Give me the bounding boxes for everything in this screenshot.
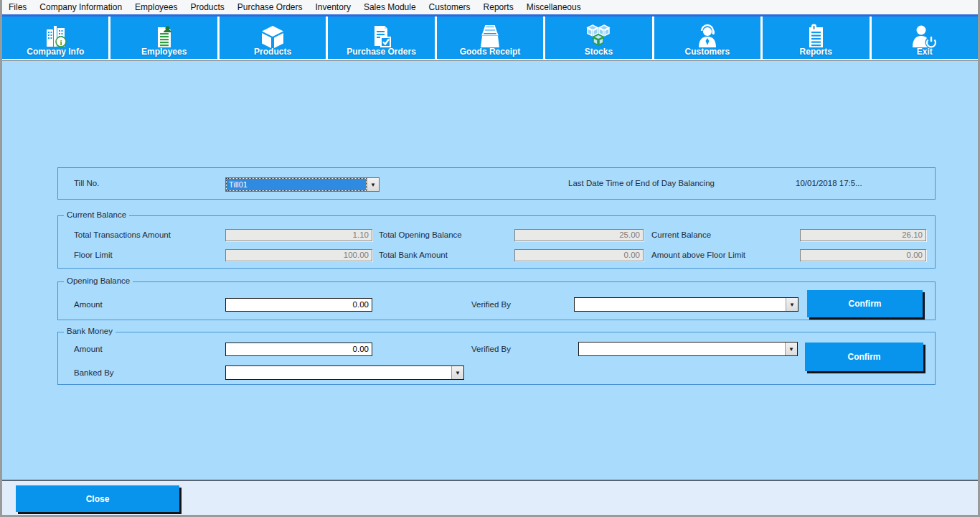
- toolbar-products-button[interactable]: Products: [217, 17, 326, 59]
- toolbar-purchase-orders-button[interactable]: Purchase Orders: [326, 17, 434, 59]
- toolbar-button-label: Employees: [141, 47, 187, 57]
- end-of-day-balancing-form: Till No. Till01 ▼ Last Date Time of End …: [2, 60, 978, 480]
- menu-sales-module[interactable]: Sales Module: [357, 0, 423, 14]
- bank-amount-input[interactable]: 0.00: [225, 343, 372, 356]
- banked-by-select[interactable]: ▼: [225, 365, 464, 380]
- menu-customers[interactable]: Customers: [423, 0, 477, 14]
- svg-text:i: i: [60, 38, 62, 47]
- menu-files[interactable]: Files: [2, 0, 33, 14]
- total-opening-balance-label: Total Opening Balance: [379, 230, 462, 239]
- toolbar-employees-button[interactable]: Employees: [108, 17, 217, 59]
- toolbar-button-label: Customers: [685, 47, 730, 57]
- toolbar-button-label: Stocks: [585, 47, 613, 57]
- floor-limit-field: 100.00: [225, 249, 372, 261]
- opening-balance-group: Opening Balance Amount 0.00 Verified By …: [57, 281, 936, 320]
- toolbar-company-info-button[interactable]: i Company Info: [2, 17, 108, 59]
- total-bank-amount-field: 0.00: [514, 249, 644, 261]
- last-balancing-value: 10/01/2018 17:5...: [796, 179, 862, 187]
- banked-by-label: Banked By: [74, 368, 114, 377]
- current-balance-group: Current Balance Total Transactions Amoun…: [57, 215, 936, 269]
- toolbar-goods-receipt-button[interactable]: Goods Receipt: [435, 17, 543, 59]
- menu-bar: Files Company Information Employees Prod…: [2, 0, 978, 14]
- toolbar-button-label: Exit: [917, 47, 933, 57]
- menu-products[interactable]: Products: [184, 0, 230, 14]
- toolbar: i Company Info Employees: [2, 14, 978, 60]
- total-bank-amount-label: Total Bank Amount: [379, 251, 448, 259]
- till-panel: Till No. Till01 ▼ Last Date Time of End …: [57, 167, 936, 200]
- current-balance-title: Current Balance: [64, 210, 129, 219]
- bank-verified-by-label: Verified By: [471, 345, 511, 353]
- menu-employees[interactable]: Employees: [128, 0, 184, 14]
- bank-money-group: Bank Money Amount 0.00 Verified By ▼ Con…: [57, 332, 936, 385]
- till-no-selected-value: Till01: [227, 179, 366, 190]
- chevron-down-icon[interactable]: ▼: [451, 366, 463, 379]
- banked-by-value: [226, 366, 451, 379]
- total-transactions-amount-field: 1.10: [225, 229, 372, 241]
- toolbar-stocks-button[interactable]: Stocks: [543, 17, 651, 59]
- toolbar-exit-button[interactable]: Exit: [870, 17, 978, 59]
- opening-balance-confirm-button[interactable]: Confirm: [807, 290, 923, 317]
- toolbar-button-label: Reports: [800, 47, 832, 57]
- bank-amount-label: Amount: [74, 345, 103, 353]
- toolbar-customers-button[interactable]: Customers: [652, 17, 760, 59]
- footer-bar: Close: [2, 480, 978, 515]
- opening-amount-input[interactable]: 0.00: [225, 298, 372, 312]
- menu-company-information[interactable]: Company Information: [33, 0, 128, 14]
- current-balance-label: Current Balance: [651, 230, 711, 239]
- amount-above-floor-limit-field: 0.00: [800, 249, 926, 261]
- opening-balance-title: Opening Balance: [64, 276, 133, 285]
- bank-verified-by-value: [579, 343, 785, 355]
- total-transactions-amount-label: Total Transactions Amount: [74, 230, 171, 239]
- close-button[interactable]: Close: [16, 485, 179, 512]
- floor-limit-label: Floor Limit: [74, 251, 113, 259]
- application-window: Files Company Information Employees Prod…: [0, 0, 980, 517]
- toolbar-button-label: Company Info: [27, 47, 84, 57]
- toolbar-button-label: Goods Receipt: [460, 47, 521, 57]
- opening-verified-by-label: Verified By: [471, 300, 511, 309]
- till-no-select[interactable]: Till01 ▼: [225, 177, 380, 192]
- bank-verified-by-select[interactable]: ▼: [578, 342, 798, 356]
- chevron-down-icon[interactable]: ▼: [785, 343, 797, 355]
- current-balance-field: 26.10: [800, 229, 926, 241]
- menu-purchase-orders[interactable]: Purchase Orders: [231, 0, 309, 14]
- last-balancing-label: Last Date Time of End of Day Balancing: [568, 179, 715, 187]
- menu-miscellaneous[interactable]: Miscellaneous: [520, 0, 588, 14]
- menu-inventory[interactable]: Inventory: [309, 0, 357, 14]
- toolbar-reports-button[interactable]: Reports: [760, 17, 869, 59]
- opening-verified-by-select[interactable]: ▼: [574, 297, 798, 312]
- total-opening-balance-field: 25.00: [514, 229, 644, 241]
- toolbar-button-label: Products: [254, 47, 291, 57]
- bank-money-title: Bank Money: [64, 327, 116, 335]
- opening-verified-by-value: [575, 298, 786, 311]
- opening-amount-label: Amount: [74, 300, 103, 309]
- amount-above-floor-limit-label: Amount above Floor Limit: [651, 251, 745, 259]
- menu-reports[interactable]: Reports: [477, 0, 520, 14]
- toolbar-button-label: Purchase Orders: [347, 47, 416, 57]
- till-no-label: Till No.: [74, 179, 99, 187]
- chevron-down-icon[interactable]: ▼: [367, 178, 379, 191]
- chevron-down-icon[interactable]: ▼: [786, 298, 798, 311]
- bank-money-confirm-button[interactable]: Confirm: [805, 343, 923, 371]
